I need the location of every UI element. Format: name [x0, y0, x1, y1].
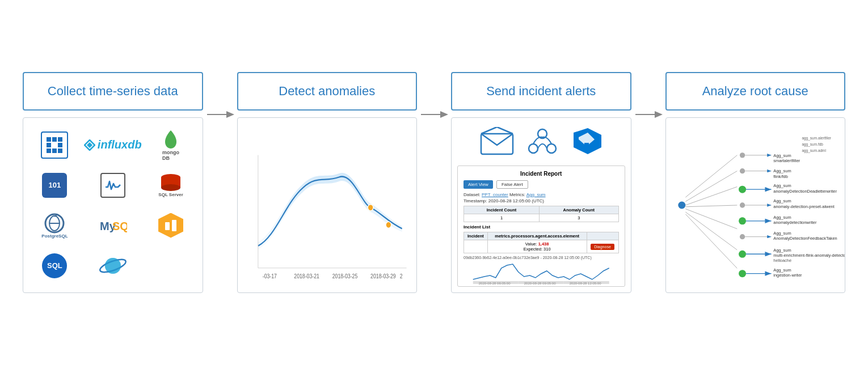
label-multi: Agg_sum — [773, 248, 791, 253]
col-metrics: metrics.processors.agent.access.element — [487, 232, 587, 240]
root-cause-graph: Agg_sum smartalertfilter Agg_sum flink/f… — [666, 118, 845, 292]
mysql-logo: My SQL — [84, 210, 142, 241]
logos-grid: influxdb mongoDB 101 — [23, 118, 203, 292]
sql-logo: SQL — [35, 250, 75, 281]
grafana-box — [100, 173, 125, 198]
collect-label-box: Collect time-series data — [23, 72, 203, 111]
label-multi2: multi-enrichment-flink-anomaly-detector — [773, 253, 845, 258]
svg-marker-27 — [226, 111, 234, 118]
sqlserver-text: SQL Server — [158, 192, 183, 197]
svg-rect-1 — [52, 137, 57, 142]
incident-dataset-label: Dataset: — [464, 192, 482, 197]
influxdb-wrap: influxdb — [84, 138, 142, 151]
node-4 — [739, 202, 744, 207]
mysql-wrap: My SQL — [99, 218, 127, 234]
sql-label: SQL — [47, 261, 62, 270]
incident-expected: 310 — [543, 247, 551, 252]
label-adwriter2: anomalydetectionwriter — [773, 220, 817, 225]
svg-marker-10 — [87, 142, 92, 148]
incident-report-box: Incident Report Alert View False Alert D… — [457, 165, 625, 287]
node-3 — [739, 186, 746, 193]
incident-dataset-value[interactable]: PPT_counter — [482, 192, 508, 197]
hive-logo — [151, 210, 191, 241]
label-ingestion2: ingestion-writer — [773, 273, 802, 278]
edge-1 — [685, 155, 737, 197]
incident-dataset-row: Dataset: PPT_counter Metrics: Agg_sum — [464, 192, 619, 197]
col-anomaly-count: Anomaly Count — [540, 206, 618, 214]
planet-wrap — [98, 256, 128, 276]
detect-label-box: Detect anomalies — [237, 72, 418, 111]
incident-id-text: 09db2360-9b62-4e12-a0ee-0b1c732e3ae9 - 2… — [464, 256, 619, 260]
node-1 — [739, 152, 744, 158]
hive-hex — [158, 213, 183, 238]
incident-report-title: Incident Report — [464, 171, 619, 177]
postgresql-wrap: PostgreSQL — [41, 212, 68, 239]
source-node — [678, 202, 685, 209]
sqlserver-wrap: SQL Server — [158, 173, 183, 197]
email-icon — [480, 127, 514, 155]
label-feedback: Agg_sum — [773, 231, 791, 236]
label-preset: Agg_sum — [773, 198, 791, 203]
incident-panel: Incident Report Alert View False Alert D… — [452, 118, 631, 292]
planet-logo — [84, 250, 142, 281]
edge-3 — [685, 187, 737, 205]
svg-point-28 — [368, 205, 373, 211]
svg-rect-4 — [52, 143, 57, 147]
node-6 — [739, 234, 744, 239]
label-preset2: anomaly-detection-preset-alwent — [773, 204, 834, 209]
node-7 — [739, 251, 746, 258]
node-2 — [739, 168, 744, 173]
detect-label: Detect anomalies — [279, 83, 375, 100]
incident-list-metrics: Value: 1,438 Expected: 310 — [487, 240, 587, 253]
svg-rect-21 — [165, 222, 170, 230]
edge-7 — [685, 214, 737, 269]
stage-alert: Send incident alerts — [451, 72, 631, 293]
incident-list-id — [464, 240, 488, 253]
col-action — [587, 232, 618, 240]
node-5 — [739, 217, 746, 224]
btn-row: Alert View False Alert — [464, 180, 619, 189]
svg-point-40 — [529, 144, 538, 153]
grafana-logo — [84, 169, 142, 201]
svg-point-14 — [161, 184, 180, 191]
prometheus-logo — [35, 129, 75, 160]
arrow-2 — [417, 108, 451, 257]
edge-2 — [685, 171, 737, 202]
col-incident: Incident — [464, 232, 488, 240]
label-helloache: helloache — [773, 258, 791, 263]
label-node2b: flink/fdb — [773, 174, 788, 179]
label-ingestion: Agg_sum — [773, 268, 791, 273]
incident-sparkline: 09db2360-9b62-4e12-a0ee-0b1c732e3ae9 - 2… — [464, 256, 619, 286]
label-feedback2: AnomalyDetectionFeedbackTaken — [773, 236, 837, 241]
incident-count-val: 1 — [464, 214, 540, 222]
svg-rect-7 — [52, 148, 57, 153]
graph-svg: Agg_sum smartalertfilter Agg_sum flink/f… — [666, 118, 845, 292]
label-smartalertfilter: Agg_sum — [773, 153, 791, 158]
analyze-label: Analyze root cause — [702, 83, 808, 100]
false-alert-button[interactable]: False Alert — [496, 180, 528, 189]
svg-rect-8 — [58, 148, 62, 153]
alert-content: Incident Report Alert View False Alert D… — [451, 117, 631, 293]
node-8 — [739, 270, 746, 277]
svg-rect-6 — [47, 148, 51, 153]
edge-4 — [685, 205, 737, 207]
svg-marker-53 — [655, 111, 663, 118]
incident-value: 1,438 — [538, 241, 549, 247]
arrow-icon-2 — [420, 108, 448, 121]
svg-rect-5 — [58, 143, 62, 147]
incident-timestamp-row: Timestamp: 2020-08-28 12:05:00 (UTC) — [464, 198, 619, 203]
prometheus-icon — [41, 131, 68, 159]
label-adwriter: Agg_sum — [773, 215, 791, 220]
incident-list-table: Incident metrics.processors.agent.access… — [464, 232, 619, 253]
incident-counts-table: Incident Count Anomaly Count 1 3 — [464, 206, 619, 222]
anomaly-count-val: 3 — [540, 214, 618, 222]
incident-ts-label: Timestamp: — [464, 198, 488, 203]
incident-metric-value[interactable]: Agg_sum — [526, 192, 546, 197]
arrow-1 — [203, 108, 237, 257]
mongodb-logo: mongoDB — [151, 129, 191, 160]
right-label-3: agg_sum.adml — [802, 148, 826, 153]
label-anomalydetection: Agg_sum — [773, 183, 791, 188]
stage-collect: Collect time-series data — [23, 72, 203, 293]
diagnose-button[interactable]: Diagnose — [591, 244, 614, 250]
alert-view-button[interactable]: Alert View — [464, 180, 493, 189]
